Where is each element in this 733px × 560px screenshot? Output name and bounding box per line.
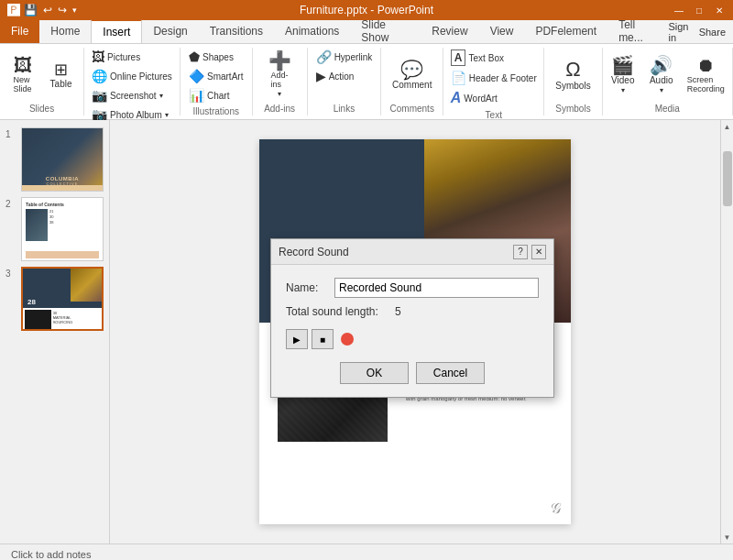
video-icon: 🎬 [611, 56, 634, 74]
header-footer-button[interactable]: 📄 Header & Footer [447, 69, 541, 87]
pictures-button[interactable]: 🖼 Pictures [88, 48, 144, 66]
chart-button[interactable]: 📊 Chart [185, 86, 233, 104]
customize-icon[interactable]: ▾ [71, 5, 79, 16]
ribbon-group-text: A Text Box 📄 Header & Footer A WordArt T… [443, 48, 544, 115]
addins-group-label: Add-ins [264, 104, 295, 115]
close-button[interactable]: ✕ [713, 4, 726, 16]
video-button[interactable]: 🎬 Video ▾ [605, 53, 641, 97]
textbox-button[interactable]: A Text Box [447, 48, 508, 68]
smartart-button[interactable]: 🔷 SmartArt [185, 67, 246, 85]
addins-button[interactable]: ➕ Add-ins ▾ [261, 49, 298, 101]
tab-design[interactable]: Design [142, 19, 198, 43]
online-pictures-icon: 🌐 [92, 69, 107, 83]
undo-icon[interactable]: ↩ [41, 3, 54, 17]
dialog-controls: ▶ ■ [286, 329, 539, 349]
screen-recording-button[interactable]: ⏺ ScreenRecording [682, 53, 730, 96]
new-slide-button[interactable]: 🖼 NewSlide [5, 53, 41, 96]
tab-file[interactable]: File [0, 19, 39, 43]
slides-items: 🖼 NewSlide ⊞ Table [5, 48, 80, 102]
stop-button[interactable]: ■ [312, 329, 334, 349]
scroll-down-arrow[interactable]: ▼ [721, 531, 734, 544]
online-pictures-button[interactable]: 🌐 Online Pictures [88, 67, 176, 85]
dialog-title-buttons: ? ✕ [513, 245, 546, 259]
maximize-button[interactable]: □ [693, 4, 706, 16]
smartart-icon: 🔷 [189, 69, 204, 83]
scroll-up-arrow[interactable]: ▲ [721, 120, 734, 133]
table-button[interactable]: ⊞ Table [43, 59, 80, 92]
pictures-icon: 🖼 [92, 49, 104, 64]
ribbon-group-symbols: Ω Symbols Symbols [544, 48, 602, 115]
quick-access-toolbar: 🅿 💾 ↩ ↪ ▾ [7, 3, 79, 17]
symbols-button[interactable]: Ω Symbols [550, 57, 596, 93]
wordart-icon: A [451, 90, 462, 106]
tab-review[interactable]: Review [421, 19, 478, 43]
slide-thumb-2[interactable]: 2 Table of Contents 21 30 38 [5, 197, 104, 261]
minimize-button[interactable]: — [673, 4, 685, 16]
shapes-icon: ⬟ [189, 49, 200, 64]
ribbon: File Home Insert Design Transitions Anim… [0, 20, 733, 120]
dialog-help-button[interactable]: ? [513, 245, 528, 259]
ribbon-group-comments: 💬 Comment Comments [381, 48, 443, 115]
slide-preview-2[interactable]: Table of Contents 21 30 38 [21, 197, 104, 261]
slide-thumb-1[interactable]: 1 COLUMBIA COLLECTIVE [5, 127, 104, 192]
dialog-name-input[interactable] [334, 278, 539, 298]
comment-button[interactable]: 💬 Comment [387, 58, 437, 93]
ribbon-group-slides: 🖼 NewSlide ⊞ Table Slides [0, 48, 84, 115]
dialog-ok-button[interactable]: OK [340, 362, 409, 384]
slide-footer-icon: 𝒢 [550, 500, 560, 517]
ribbon-group-media: 🎬 Video ▾ 🔊 Audio ▾ ⏺ ScreenRecording Me… [603, 48, 733, 115]
tab-animations[interactable]: Animations [274, 19, 350, 43]
hyperlink-icon: 🔗 [316, 49, 332, 64]
app-icon: 🅿 [7, 3, 20, 17]
slide-preview-1[interactable]: COLUMBIA COLLECTIVE [21, 127, 104, 192]
symbols-group-label: Symbols [555, 104, 590, 115]
shapes-button[interactable]: ⬟ Shapes [185, 48, 237, 66]
sound-length-value: 5 [395, 305, 401, 318]
screenshot-button[interactable]: 📷 Screenshot ▾ [88, 86, 167, 104]
textbox-icon: A [451, 49, 466, 66]
audio-icon: 🔊 [650, 56, 673, 74]
tab-transitions[interactable]: Transitions [199, 19, 274, 43]
scroll-track[interactable] [721, 133, 733, 531]
record-sound-dialog: Record Sound ? ✕ Name: Total sound lengt… [270, 238, 554, 398]
slide-thumb-3[interactable]: 3 28 UNCOMPROMISING 30MATERIALSOURCING [5, 267, 104, 331]
ribbon-content: 🖼 NewSlide ⊞ Table Slides 🖼 Pictures 🌐 [0, 44, 733, 119]
slide-preview-3[interactable]: 28 UNCOMPROMISING 30MATERIALSOURCING [21, 267, 104, 331]
audio-button[interactable]: 🔊 Audio ▾ [643, 53, 680, 97]
tab-search[interactable]: Tell me... [607, 19, 668, 43]
dialog-cancel-button[interactable]: Cancel [416, 362, 485, 384]
share-button[interactable]: Share [699, 27, 726, 38]
slide-number-3: 3 [5, 269, 16, 279]
slides-panel: 1 COLUMBIA COLLECTIVE 2 Table of Content… [0, 120, 110, 544]
wordart-button[interactable]: A WordArt [447, 88, 501, 108]
record-button[interactable] [341, 333, 354, 346]
save-icon[interactable]: 💾 [22, 3, 39, 17]
status-bar: Click to add notes [0, 544, 733, 560]
ribbon-group-images: 🖼 Pictures 🌐 Online Pictures 📷 Screensho… [84, 48, 181, 115]
symbols-icon: Ω [565, 60, 580, 80]
tab-slideshow[interactable]: Slide Show [350, 19, 421, 43]
sound-length-label: Total sound length: [286, 305, 391, 318]
dialog-close-button[interactable]: ✕ [531, 245, 546, 259]
dialog-sound-length-row: Total sound length: 5 [286, 305, 539, 318]
tab-home[interactable]: Home [39, 19, 91, 43]
stop-icon: ■ [320, 335, 325, 345]
play-button[interactable]: ▶ [286, 329, 308, 349]
hyperlink-button[interactable]: 🔗 Hyperlink [312, 48, 377, 66]
tab-insert[interactable]: Insert [91, 19, 142, 43]
new-slide-icon: 🖼 [14, 56, 32, 74]
action-button[interactable]: ▶ Action [312, 67, 358, 85]
window-title: Furniture.pptx - PowerPoint [300, 4, 433, 16]
dialog-title: Record Sound [279, 246, 349, 258]
redo-icon[interactable]: ↪ [56, 3, 69, 17]
tab-pdfelement[interactable]: PDFelement [524, 19, 607, 43]
dialog-name-label: Name: [286, 281, 327, 294]
comment-icon: 💬 [400, 60, 423, 79]
scroll-thumb[interactable] [723, 151, 732, 206]
tab-view[interactable]: View [479, 19, 525, 43]
slide-number-1: 1 [5, 129, 16, 139]
header-footer-icon: 📄 [451, 71, 466, 85]
table-icon: ⊞ [54, 61, 68, 78]
vertical-scrollbar: ▲ ▼ [720, 120, 733, 544]
signin-button[interactable]: Sign in [668, 21, 691, 43]
